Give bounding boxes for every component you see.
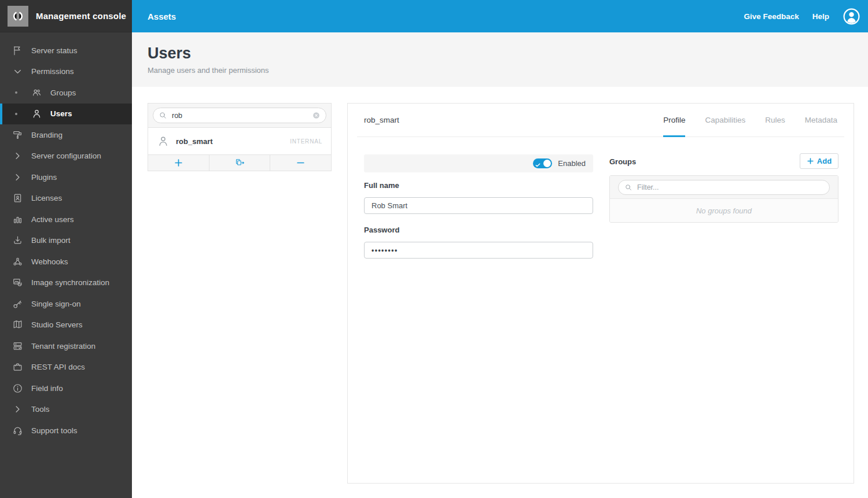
info-icon — [12, 383, 24, 394]
sidebar-nav: Server statusPermissionsGroupsUsersBrand… — [0, 32, 132, 441]
user-search-input[interactable] — [172, 112, 307, 120]
key-icon — [12, 298, 24, 309]
user-search-row — [148, 104, 331, 128]
sidebar-item-label: Permissions — [31, 67, 74, 76]
sidebar-item-bulk-import[interactable]: Bulk import — [0, 230, 132, 252]
tab-rules[interactable]: Rules — [765, 104, 785, 137]
sidebar-item-label: Single sign-on — [31, 300, 81, 308]
tab-label: Rules — [765, 116, 785, 124]
tab-capabilities[interactable]: Capabilities — [705, 104, 745, 137]
help-link[interactable]: Help — [812, 12, 829, 21]
image-sync-icon — [12, 277, 24, 288]
clear-search-icon[interactable] — [312, 111, 321, 120]
groups-box: No groups found — [609, 175, 838, 223]
sidebar-item-label: Server status — [31, 46, 78, 55]
groups-filter-input[interactable] — [637, 183, 823, 191]
tab-label: Profile — [663, 116, 685, 124]
copy-user-to-button[interactable] — [209, 155, 271, 171]
sidebar-item-active-users[interactable]: Active users — [0, 209, 132, 230]
detail-header: rob_smart ProfileCapabilitiesRulesMetada… — [357, 104, 844, 137]
sidebar-item-support-tools[interactable]: Support tools — [0, 420, 132, 441]
sidebar-item-studio-servers[interactable]: Studio Servers — [0, 315, 132, 336]
sidebar-item-plugins[interactable]: Plugins — [0, 167, 132, 188]
sidebar-item-field-info[interactable]: Field info — [0, 378, 132, 399]
bar-chart-icon — [12, 214, 24, 225]
tab-label: Capabilities — [705, 116, 745, 124]
add-group-button[interactable]: Add — [800, 153, 838, 169]
user-icon — [31, 108, 43, 119]
groups-filter-box — [618, 180, 830, 195]
chevron-right-icon — [12, 150, 24, 161]
full-name-label: Full name — [364, 181, 399, 190]
sidebar-item-label: Server configuration — [31, 152, 101, 160]
sidebar-item-permissions[interactable]: Permissions — [0, 61, 132, 83]
enabled-strip: Enabled — [364, 154, 593, 172]
sidebar-item-server-status[interactable]: Server status — [0, 40, 132, 61]
toolbox-icon — [12, 361, 24, 372]
bullet-dot — [15, 113, 17, 115]
sidebar-item-tenant-registration[interactable]: Tenant registration — [0, 335, 132, 357]
download-icon — [12, 235, 24, 246]
user-search-box — [153, 108, 326, 123]
check-icon — [535, 160, 541, 167]
headset-icon — [12, 425, 24, 436]
password-label: Password — [364, 226, 399, 234]
user-detail-card: rob_smart ProfileCapabilitiesRulesMetada… — [347, 103, 854, 484]
sidebar-item-label: Tenant registration — [31, 342, 95, 351]
sidebar-header: Management console — [0, 0, 132, 32]
sidebar-item-label: Active users — [31, 215, 74, 224]
user-list-panel: rob_smartINTERNAL — [148, 103, 332, 171]
tab-profile[interactable]: Profile — [663, 104, 685, 137]
sidebar-item-label: Image synchronization — [31, 278, 109, 287]
detail-tabs: ProfileCapabilitiesRulesMetadata — [663, 104, 844, 137]
user-list-username: rob_smart — [176, 137, 213, 146]
id-badge-icon — [12, 193, 24, 204]
groups-filter-row — [610, 176, 838, 199]
sidebar-item-rest-api-docs[interactable]: REST API docs — [0, 357, 132, 378]
plus-icon — [807, 157, 814, 165]
sidebar-item-single-sign-on[interactable]: Single sign-on — [0, 293, 132, 315]
detail-username: rob_smart — [357, 116, 399, 124]
sidebar-item-label: REST API docs — [31, 363, 85, 371]
sidebar-item-licenses[interactable]: Licenses — [0, 188, 132, 209]
chevron-right-icon — [12, 404, 24, 415]
copy-arrow-icon — [235, 158, 245, 168]
server-check-icon — [12, 341, 24, 352]
minus-icon — [296, 158, 306, 168]
sidebar-title: Management console — [36, 11, 126, 21]
give-feedback-link[interactable]: Give Feedback — [744, 12, 799, 21]
chevron-down-icon — [12, 66, 24, 77]
page-header: Users Manage users and their permissions — [132, 32, 868, 87]
user-list: rob_smartINTERNAL — [148, 128, 331, 155]
tab-metadata[interactable]: Metadata — [805, 104, 837, 137]
sidebar-item-server-configuration[interactable]: Server configuration — [0, 146, 132, 167]
sidebar-item-branding[interactable]: Branding — [0, 124, 132, 146]
management-console-screen: Management console Server statusPermissi… — [0, 0, 868, 498]
enabled-toggle[interactable] — [533, 158, 552, 168]
plus-icon — [174, 158, 183, 168]
remove-user-button[interactable] — [270, 155, 331, 171]
bullet-dot — [15, 91, 17, 94]
sidebar-item-label: Studio Servers — [31, 320, 83, 329]
toggle-knob — [543, 160, 551, 167]
user-list-item[interactable]: rob_smartINTERNAL — [148, 128, 331, 155]
enabled-label: Enabled — [558, 159, 586, 168]
sidebar-item-label: Webhooks — [31, 257, 68, 266]
user-type-badge: INTERNAL — [290, 138, 322, 145]
map-icon — [12, 319, 24, 330]
sidebar-item-label: Users — [50, 109, 72, 118]
user-avatar-icon[interactable] — [843, 8, 860, 25]
sidebar-item-image-synchronization[interactable]: Image synchronization — [0, 272, 132, 294]
sidebar-item-users[interactable]: Users — [0, 104, 132, 125]
tab-label: Metadata — [805, 116, 837, 124]
password-input[interactable] — [364, 242, 593, 259]
full-name-input[interactable] — [364, 197, 593, 214]
sidebar-item-tools[interactable]: Tools — [0, 399, 132, 420]
search-icon — [159, 111, 167, 120]
add-user-button[interactable] — [148, 155, 209, 171]
sidebar-item-webhooks[interactable]: Webhooks — [0, 251, 132, 272]
sidebar-item-groups[interactable]: Groups — [0, 82, 132, 104]
chevron-right-icon — [12, 172, 24, 183]
sidebar-item-label: Licenses — [31, 194, 62, 202]
paint-roller-icon — [12, 130, 24, 141]
